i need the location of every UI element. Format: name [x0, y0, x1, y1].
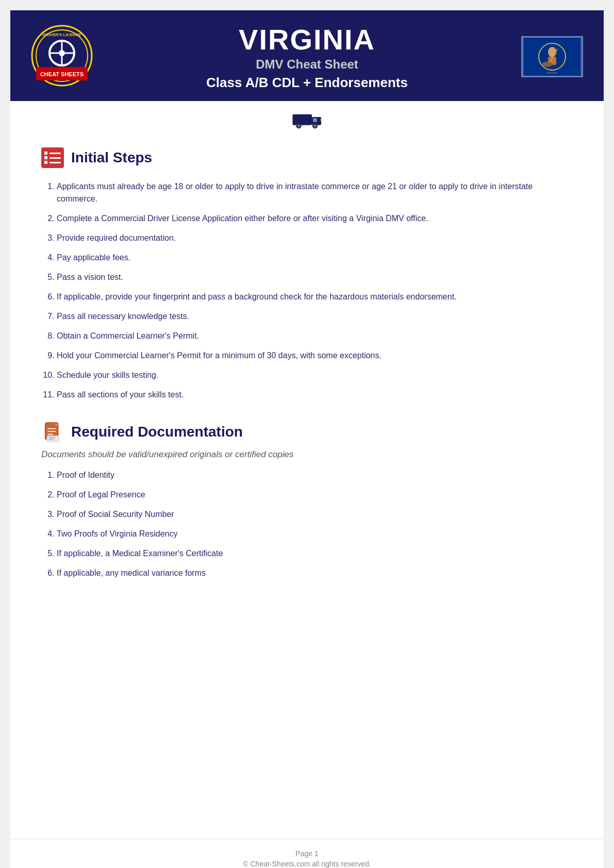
svg-rect-32	[49, 162, 61, 163]
initial-steps-list: Applicants must already be age 18 or old…	[41, 180, 573, 401]
list-item: Two Proofs of Virginia Residency	[57, 528, 573, 540]
list-item: Pass all necessary knowledge tests.	[57, 310, 573, 323]
svg-point-22	[297, 125, 300, 127]
list-item: Complete a Commercial Driver License App…	[57, 212, 573, 225]
svg-point-24	[313, 125, 316, 127]
svg-rect-20	[313, 118, 317, 122]
list-item: Obtain a Commercial Learner's Permit.	[57, 330, 573, 342]
list-item: Proof of Identity	[57, 469, 573, 481]
svg-point-13	[548, 47, 556, 57]
svg-rect-29	[44, 161, 47, 164]
svg-rect-37	[47, 434, 53, 435]
initial-steps-header: Initial Steps	[41, 147, 573, 168]
list-item: Proof of Legal Presence	[57, 489, 573, 501]
list-item: Pass a vision test.	[57, 271, 573, 283]
header: CHEAT SHEETS DRIVER'S LICENSE VIRGINIA D…	[10, 10, 604, 101]
svg-rect-31	[49, 157, 61, 159]
svg-rect-38	[47, 436, 59, 442]
page: CHEAT SHEETS DRIVER'S LICENSE VIRGINIA D…	[10, 10, 604, 868]
initial-steps-title: Initial Steps	[71, 149, 152, 166]
list-item: Pass all sections of your skills test.	[57, 389, 573, 401]
required-docs-subtitle: Documents should be valid/unexpired orig…	[41, 449, 573, 460]
list-item: Hold your Commercial Learner's Permit fo…	[57, 349, 573, 362]
initial-steps-icon	[41, 147, 64, 168]
svg-rect-35	[47, 428, 56, 429]
header-subtitle2: Class A/B CDL + Endorsements	[93, 75, 521, 91]
truck-icon	[292, 108, 323, 130]
list-item: Schedule your skills testing.	[57, 369, 573, 381]
footer-page: Page 1	[21, 849, 593, 858]
svg-rect-28	[44, 156, 47, 159]
content: Initial Steps Applicants must already be…	[10, 132, 604, 839]
required-docs-icon	[41, 422, 64, 442]
required-docs-list: Proof of Identity Proof of Legal Presenc…	[41, 469, 573, 579]
list-item: If applicable, provide your fingerprint …	[57, 291, 573, 303]
virginia-flag: VIRGINIA	[521, 36, 583, 77]
footer: Page 1 © Cheat-Sheets.com all rights res…	[10, 839, 604, 868]
list-item: Pay applicable fees.	[57, 252, 573, 264]
required-docs-title: Required Documentation	[71, 424, 243, 440]
svg-text:DRIVER'S LICENSE: DRIVER'S LICENSE	[43, 32, 81, 37]
list-item: Proof of Social Security Number	[57, 508, 573, 521]
logo: CHEAT SHEETS DRIVER'S LICENSE	[31, 25, 93, 89]
svg-text:VIRGINIA: VIRGINIA	[546, 72, 558, 74]
svg-rect-27	[44, 152, 47, 155]
required-docs-section: Required Documentation Documents should …	[41, 422, 573, 579]
svg-rect-36	[47, 431, 56, 432]
required-docs-header: Required Documentation	[41, 422, 573, 442]
svg-rect-25	[320, 119, 322, 121]
svg-rect-30	[49, 153, 61, 154]
header-center: VIRGINIA DMV Cheat Sheet Class A/B CDL +…	[93, 23, 521, 91]
list-item: Applicants must already be age 18 or old…	[57, 180, 573, 205]
svg-text:CHEAT SHEETS: CHEAT SHEETS	[40, 71, 84, 77]
svg-rect-18	[292, 114, 312, 125]
initial-steps-section: Initial Steps Applicants must already be…	[41, 147, 573, 401]
list-item: If applicable, any medical variance form…	[57, 567, 573, 579]
header-subtitle1: DMV Cheat Sheet	[93, 57, 521, 72]
svg-rect-39	[49, 437, 56, 438]
svg-point-3	[59, 50, 65, 56]
svg-point-16	[542, 62, 552, 67]
truck-divider	[10, 101, 604, 132]
svg-rect-40	[49, 439, 54, 440]
list-item: If applicable, a Medical Examiner's Cert…	[57, 547, 573, 560]
header-title: VIRGINIA	[93, 23, 521, 56]
footer-copyright: © Cheat-Sheets.com all rights reserved.	[21, 860, 593, 868]
list-item: Provide required documentation.	[57, 232, 573, 244]
